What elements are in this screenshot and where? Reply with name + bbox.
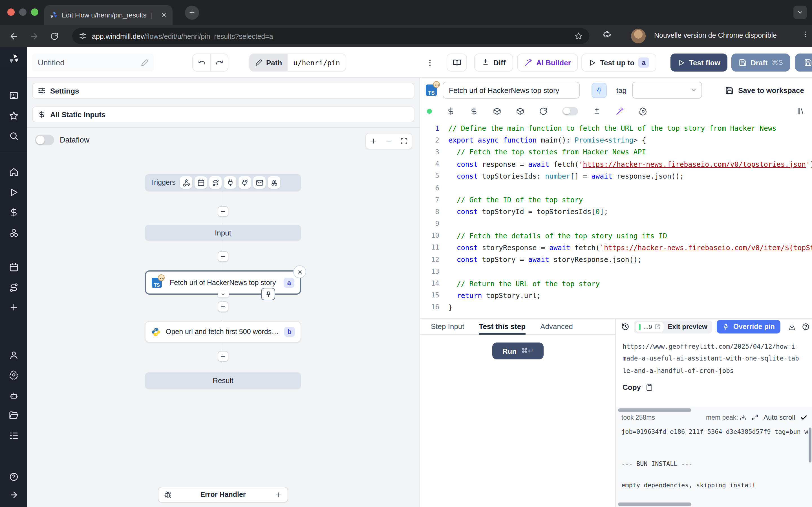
reload-button[interactable] (48, 30, 60, 42)
test-flow-button[interactable]: Test flow (670, 54, 728, 71)
package-icon[interactable] (493, 107, 501, 115)
autoscroll-label[interactable]: Auto scroll (763, 413, 795, 421)
pinned-result-chip[interactable] (261, 288, 275, 300)
email-icon[interactable] (253, 176, 266, 189)
sidebar-item-favorites[interactable] (0, 109, 27, 122)
save-to-workspace-button[interactable]: Save to workspace (725, 86, 806, 94)
sidebar-collapse-button[interactable] (0, 488, 27, 501)
tab-test-this-step[interactable]: Test this step (479, 319, 526, 334)
sidebar-item-settings[interactable] (0, 368, 27, 381)
webhook-icon[interactable] (180, 176, 193, 189)
step-node-b[interactable]: Open url and fetch first 500 words of ..… (145, 321, 301, 342)
remove-step-button[interactable] (293, 265, 306, 278)
browser-tab[interactable]: Edit Flow u/henri/pin_results | (44, 5, 172, 25)
add-error-handler-icon[interactable] (274, 491, 282, 498)
copy-result-button[interactable]: Copy (622, 383, 812, 392)
static-inputs-row[interactable]: All Static Inputs (32, 107, 414, 122)
scheduled-poll-icon[interactable] (268, 176, 281, 189)
tab-close-icon[interactable] (161, 12, 167, 18)
new-tab-button[interactable] (185, 6, 199, 20)
sidebar-item-home[interactable] (0, 165, 27, 179)
flow-name-input[interactable]: Untitled (32, 54, 154, 71)
add-step-button[interactable] (218, 251, 229, 262)
help-circle-icon[interactable] (802, 323, 810, 331)
job-badge[interactable]: ...9 (635, 321, 665, 332)
websocket-icon[interactable] (224, 176, 237, 189)
resources-dollar-icon[interactable] (470, 107, 478, 115)
edit-pencil-icon[interactable] (141, 59, 148, 66)
browser-menu-kebab-icon[interactable] (801, 31, 809, 38)
input-node[interactable]: Input (145, 225, 301, 240)
external-link-icon[interactable] (655, 324, 661, 330)
back-button[interactable] (7, 30, 20, 42)
sidebar-item-audit-logs[interactable] (0, 429, 27, 442)
windmill-logo[interactable] (0, 52, 27, 65)
sidebar-item-workspace[interactable] (0, 89, 27, 102)
log-horizontal-scrollbar[interactable] (618, 408, 691, 412)
dataflow-toggle[interactable] (35, 135, 54, 145)
sidebar-item-schedules[interactable] (0, 260, 27, 274)
code-editor[interactable]: 1// Define the main function to fetch th… (420, 119, 812, 318)
editor-settings-gear-icon[interactable] (639, 107, 647, 115)
sidebar-item-user[interactable] (0, 348, 27, 362)
history-icon[interactable] (621, 323, 629, 331)
result-node[interactable]: Result (145, 372, 301, 389)
tab-step-input[interactable]: Step Input (431, 319, 464, 334)
ai-wand-icon[interactable] (616, 107, 624, 115)
variables-dollar-icon[interactable] (447, 107, 455, 115)
expand-logs-icon[interactable] (752, 414, 758, 421)
log-vertical-scrollbar[interactable] (809, 428, 811, 462)
flow-more-menu[interactable] (422, 54, 438, 71)
package-icon[interactable] (516, 107, 524, 115)
pin-button[interactable] (592, 82, 607, 98)
extensions-puzzle-icon[interactable] (603, 30, 612, 38)
sidebar-item-folders[interactable] (0, 408, 27, 422)
sidebar-item-variables[interactable] (0, 205, 27, 219)
reset-refresh-icon[interactable] (539, 107, 548, 115)
deploy-button[interactable]: Deploy (795, 54, 812, 71)
exit-preview-button[interactable]: Exit preview (668, 323, 711, 331)
step-node-a[interactable]: TS Fetch url of HackerNews top story a (145, 270, 301, 295)
sidebar-item-help[interactable] (0, 470, 27, 483)
bookmark-star-icon[interactable] (574, 32, 582, 40)
library-icon[interactable] (797, 107, 805, 115)
tab-advanced[interactable]: Advanced (540, 319, 573, 334)
run-button[interactable]: Run ⌘↵ (492, 342, 544, 359)
triggers-node[interactable]: Triggers (145, 174, 301, 191)
add-step-button[interactable] (218, 351, 229, 362)
sidebar-item-routes[interactable] (0, 281, 27, 294)
schedule-icon[interactable] (195, 176, 207, 189)
download-result-icon[interactable] (788, 323, 796, 330)
diff-button[interactable]: Diff (474, 54, 513, 71)
sidebar-item-runs[interactable] (0, 185, 27, 199)
window-zoom-button[interactable] (31, 8, 38, 16)
test-up-to-button[interactable]: Test up to a (581, 54, 656, 71)
address-bar[interactable]: app.windmill.dev/flows/edit/u/henri/pin_… (72, 28, 589, 44)
override-pin-button[interactable]: Override pin (717, 320, 780, 334)
docs-button[interactable] (447, 54, 467, 71)
sidebar-item-add[interactable] (0, 300, 27, 314)
download-logs-icon[interactable] (740, 414, 747, 421)
ai-builder-button[interactable]: AI Builder (517, 54, 578, 71)
http-route-icon[interactable] (209, 176, 222, 189)
undo-button[interactable] (193, 54, 210, 71)
path-button[interactable]: Path u/henri/pin (249, 54, 346, 71)
fit-view-button[interactable] (396, 133, 412, 149)
sidebar-item-resources[interactable] (0, 226, 27, 239)
chrome-update-notice[interactable]: Nouvelle version de Chrome disponible (654, 32, 777, 40)
step-name-input[interactable] (443, 82, 580, 99)
kafka-icon[interactable] (239, 176, 251, 189)
window-minimize-button[interactable] (19, 8, 27, 16)
add-step-button[interactable] (218, 206, 229, 217)
diff-icon[interactable] (593, 107, 601, 115)
tag-select[interactable] (632, 82, 702, 99)
window-close-button[interactable] (7, 8, 15, 16)
sidebar-item-search[interactable] (0, 129, 27, 143)
autoscroll-check-icon[interactable] (800, 414, 808, 421)
redo-button[interactable] (210, 54, 228, 71)
collapse-step-chevron[interactable] (217, 291, 229, 297)
tab-search-button[interactable] (794, 6, 807, 19)
sidebar-item-workers[interactable] (0, 389, 27, 402)
vim-mode-toggle[interactable] (562, 107, 578, 115)
zoom-out-button[interactable] (381, 133, 396, 149)
